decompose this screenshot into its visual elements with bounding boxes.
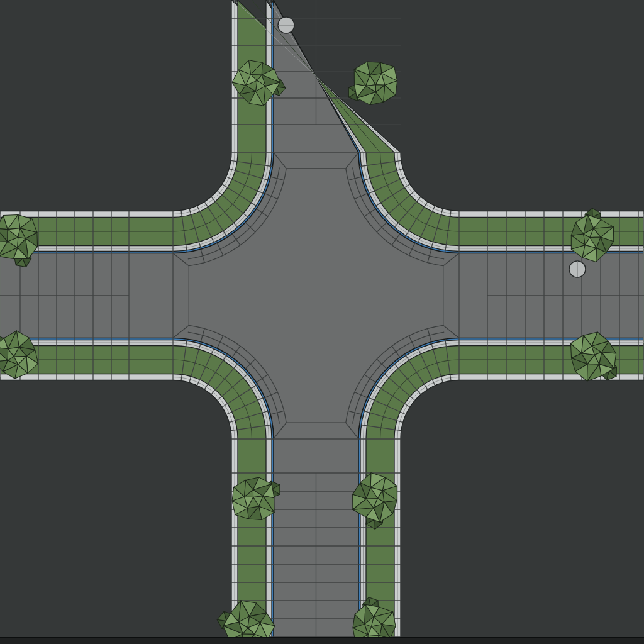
street-lamp-object[interactable] [569, 261, 586, 277]
blender-3d-viewport[interactable] [0, 0, 644, 644]
street-lamp-object[interactable] [278, 17, 294, 33]
viewport-canvas[interactable] [0, 0, 644, 644]
